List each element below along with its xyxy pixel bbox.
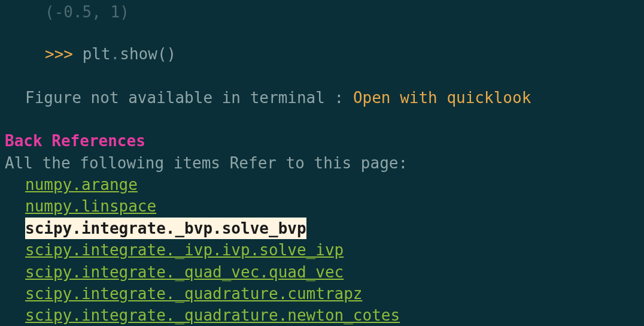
method-name: show	[120, 45, 157, 63]
code-output-truncated: (-0.5, 1)	[0, 1, 644, 23]
repl-prompt: >>>	[45, 45, 83, 63]
figure-message: Figure not available in terminal : Open …	[0, 87, 644, 108]
blank-line	[0, 22, 644, 43]
ref-link-scipy-newton-cotes[interactable]: scipy.integrate._quadrature.newton_cotes	[25, 304, 400, 326]
back-references-header: Back References	[0, 130, 644, 152]
back-references-description: All the following items Refer to this pa…	[0, 152, 644, 174]
dot-operator: .	[111, 45, 120, 63]
figure-text: Figure not available in terminal :	[25, 89, 353, 107]
blank-line	[0, 65, 644, 87]
code-line: >>> plt.show()	[0, 43, 644, 65]
ref-link-scipy-cumtrapz[interactable]: scipy.integrate._quadrature.cumtrapz	[25, 283, 363, 304]
module-name: plt	[83, 45, 111, 63]
ref-link-scipy-quad-vec[interactable]: scipy.integrate._quad_vec.quad_vec	[25, 261, 344, 283]
parentheses: ()	[157, 45, 176, 63]
blank-line	[0, 108, 644, 130]
reference-list: numpy.arange numpy.linspace scipy.integr…	[0, 174, 644, 326]
ref-link-scipy-solve-bvp[interactable]: scipy.integrate._bvp.solve_bvp	[25, 218, 306, 239]
ref-link-numpy-linspace[interactable]: numpy.linspace	[25, 195, 156, 217]
quicklook-link[interactable]: Open with quicklook	[353, 89, 531, 107]
ref-link-scipy-solve-ivp[interactable]: scipy.integrate._ivp.ivp.solve_ivp	[25, 239, 344, 261]
ref-link-numpy-arange[interactable]: numpy.arange	[25, 174, 138, 195]
